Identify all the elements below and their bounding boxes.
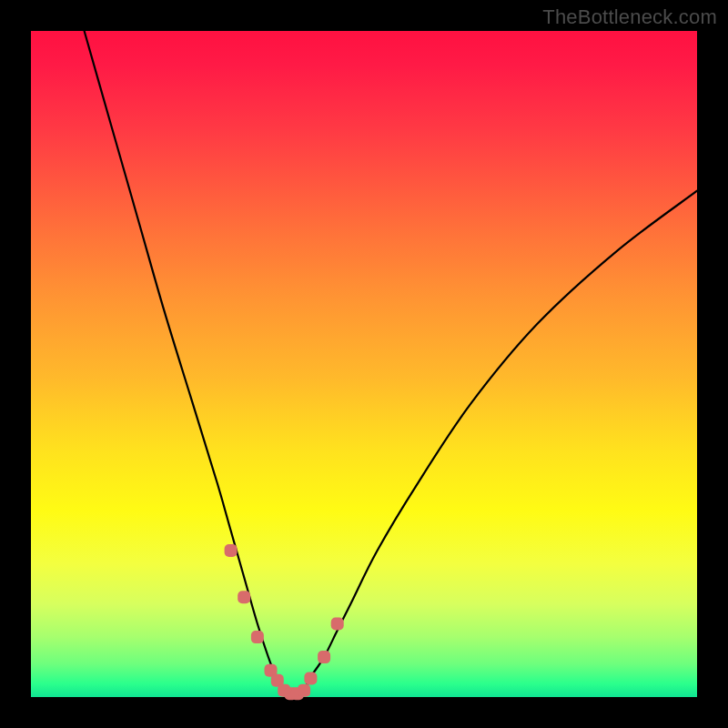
curve-layer [31, 31, 697, 697]
bottleneck-curve [85, 31, 697, 698]
highlight-marker [298, 684, 310, 697]
highlight-marker [251, 631, 264, 643]
highlight-marker [238, 591, 250, 603]
highlight-marker [304, 672, 317, 685]
chart-frame: TheBottleneck.com [0, 0, 728, 728]
highlight-marker [331, 618, 344, 631]
watermark-text: TheBottleneck.com [542, 5, 717, 29]
highlight-marker [225, 544, 238, 557]
highlight-marker [318, 651, 330, 663]
plot-area [31, 31, 697, 697]
